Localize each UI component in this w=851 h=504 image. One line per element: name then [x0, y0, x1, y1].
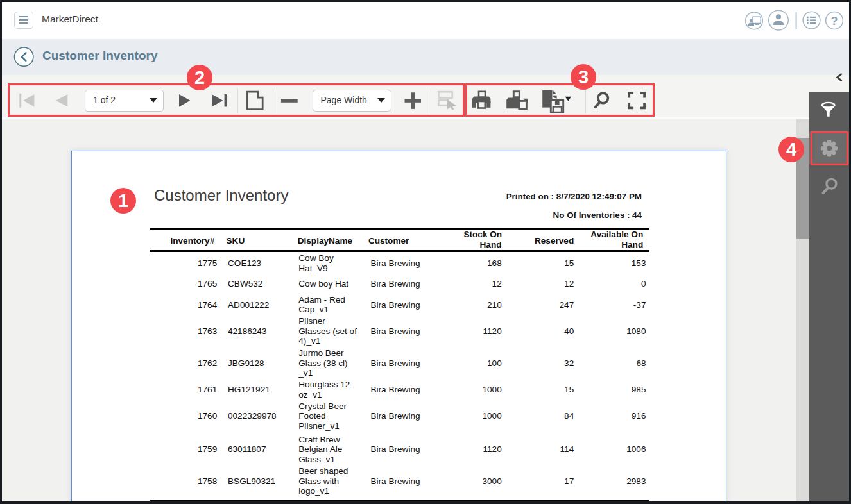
svg-text:?: ? — [831, 15, 838, 28]
